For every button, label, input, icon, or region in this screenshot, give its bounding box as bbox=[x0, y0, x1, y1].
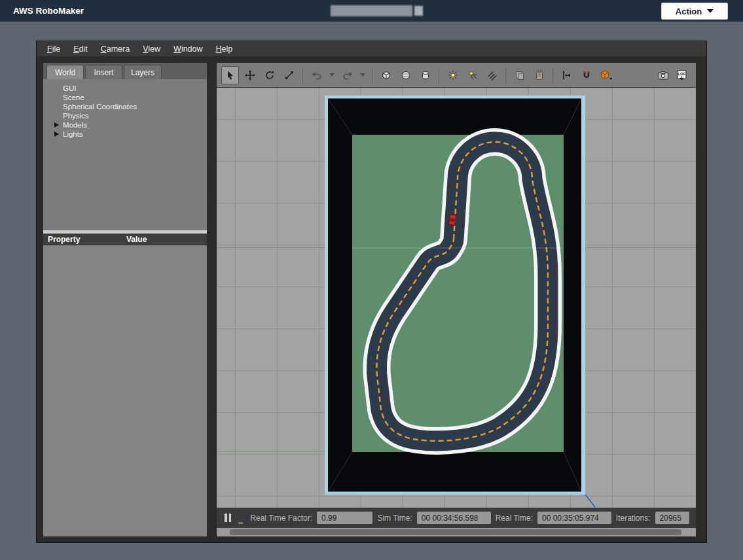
viewport-3d[interactable] bbox=[217, 88, 696, 508]
paste-icon bbox=[534, 70, 545, 80]
real-time-label: Real Time: bbox=[496, 514, 533, 523]
horizontal-scrollbar[interactable] bbox=[217, 528, 696, 536]
redacted-text-small bbox=[414, 6, 423, 16]
action-button[interactable]: Action bbox=[661, 3, 728, 20]
tree-item-spherical-coordinates[interactable]: Spherical Coordinates bbox=[43, 102, 207, 111]
toolbar-separator bbox=[372, 67, 372, 83]
tab-layers[interactable]: Layers bbox=[124, 65, 162, 79]
redacted-text bbox=[331, 5, 412, 16]
simulation-scene bbox=[217, 88, 696, 508]
svg-text:LOG: LOG bbox=[678, 72, 685, 76]
toolbar-separator bbox=[439, 67, 439, 83]
sphere-shape-icon bbox=[401, 70, 411, 80]
menu-view[interactable]: View bbox=[136, 43, 167, 56]
toolbar-separator bbox=[553, 67, 553, 83]
align-tool-button[interactable] bbox=[558, 66, 575, 84]
pause-icon bbox=[229, 514, 232, 522]
tree-item-lights[interactable]: Lights bbox=[43, 130, 207, 139]
point-light-button[interactable] bbox=[444, 66, 462, 84]
scale-tool-button[interactable] bbox=[280, 66, 298, 84]
sim-time-value: 00 00:34:56.598 bbox=[417, 512, 491, 524]
insert-box-button[interactable] bbox=[377, 66, 395, 84]
directional-light-button[interactable] bbox=[483, 66, 501, 84]
action-button-label: Action bbox=[676, 7, 702, 16]
sim-time-label: Sim Time: bbox=[377, 514, 412, 523]
expand-arrow-icon[interactable] bbox=[54, 131, 59, 137]
menu-window[interactable]: Window bbox=[167, 43, 209, 56]
app-title: AWS RoboMaker bbox=[13, 6, 84, 16]
tree-item-models[interactable]: Models bbox=[43, 120, 207, 130]
iterations-label: Iterations: bbox=[616, 514, 651, 523]
view-cube-icon bbox=[600, 69, 613, 81]
move-icon bbox=[245, 70, 255, 80]
tab-world[interactable]: World bbox=[46, 65, 84, 79]
aws-topbar: AWS RoboMaker Action bbox=[0, 0, 743, 22]
scale-icon bbox=[284, 70, 295, 80]
sun-light-icon bbox=[448, 70, 458, 80]
spot-light-icon bbox=[467, 70, 478, 80]
copy-button[interactable] bbox=[511, 66, 528, 84]
magnet-icon bbox=[581, 70, 592, 80]
log-icon: LOG bbox=[676, 69, 689, 81]
directional-light-icon bbox=[487, 70, 498, 80]
undo-icon bbox=[312, 70, 322, 80]
tree-item-scene[interactable]: Scene bbox=[43, 93, 207, 102]
redo-history-dropdown[interactable] bbox=[358, 66, 367, 84]
panel-tabs: World Insert Layers bbox=[43, 63, 207, 79]
menu-help[interactable]: Help bbox=[209, 43, 240, 56]
camera-icon bbox=[657, 70, 669, 80]
undo-history-dropdown[interactable] bbox=[327, 66, 336, 84]
car-roof bbox=[450, 218, 455, 222]
spot-light-button[interactable] bbox=[463, 66, 481, 84]
paste-button[interactable] bbox=[530, 66, 548, 84]
menu-file[interactable]: File bbox=[41, 43, 67, 56]
caret-down-icon bbox=[360, 73, 365, 77]
toolbar-separator bbox=[505, 67, 506, 83]
gazebo-window: File Edit Camera View Window Help World … bbox=[36, 41, 707, 543]
property-table-body[interactable] bbox=[43, 245, 207, 536]
box-shape-icon bbox=[381, 70, 391, 80]
tab-insert[interactable]: Insert bbox=[85, 65, 122, 79]
property-column-header: Property bbox=[43, 235, 122, 244]
property-table-header: Property Value bbox=[43, 234, 207, 245]
real-time-factor-label: Real Time Factor: bbox=[250, 514, 312, 523]
world-tree: GUI Scene Spherical Coordinates Physics … bbox=[43, 84, 207, 139]
real-time-value: 00 00:35:05.974 bbox=[537, 512, 611, 524]
tree-item-gui[interactable]: GUI bbox=[43, 84, 207, 93]
translate-tool-button[interactable] bbox=[241, 66, 259, 84]
toolbar-separator bbox=[302, 67, 303, 83]
real-time-factor-value: 0.99 bbox=[317, 512, 372, 524]
menu-edit[interactable]: Edit bbox=[67, 43, 94, 56]
step-button[interactable] bbox=[238, 522, 243, 524]
view-angle-button[interactable] bbox=[597, 66, 615, 84]
rotate-tool-button[interactable] bbox=[261, 66, 278, 84]
menubar: File Edit Camera View Window Help bbox=[37, 41, 706, 56]
snap-tool-button[interactable] bbox=[577, 66, 595, 84]
insert-cylinder-button[interactable] bbox=[416, 66, 434, 84]
caret-down-icon bbox=[707, 9, 714, 13]
menu-camera[interactable]: Camera bbox=[94, 43, 136, 56]
cylinder-shape-icon bbox=[420, 70, 431, 80]
undo-button[interactable] bbox=[308, 66, 325, 84]
redo-button[interactable] bbox=[338, 66, 356, 84]
screenshot-button[interactable] bbox=[654, 66, 672, 84]
select-tool-button[interactable] bbox=[221, 66, 239, 84]
expand-arrow-icon[interactable] bbox=[54, 122, 59, 128]
scrollbar-thumb[interactable] bbox=[230, 529, 681, 535]
value-column-header: Value bbox=[122, 235, 147, 244]
iterations-value: 20965 bbox=[655, 512, 689, 524]
copy-icon bbox=[515, 70, 525, 80]
world-axis-blue bbox=[585, 495, 595, 507]
pause-icon bbox=[225, 514, 227, 522]
redo-icon bbox=[342, 70, 353, 80]
robot-car bbox=[448, 214, 456, 225]
simulation-statusbar: Real Time Factor: 0.99 Sim Time: 00 00:3… bbox=[217, 508, 696, 528]
align-icon bbox=[562, 70, 572, 80]
insert-sphere-button[interactable] bbox=[397, 66, 414, 84]
tree-item-physics[interactable]: Physics bbox=[43, 111, 207, 120]
caret-down-icon bbox=[329, 73, 335, 77]
cursor-arrow-icon bbox=[225, 70, 236, 80]
pause-button[interactable] bbox=[223, 512, 232, 523]
gazebo-toolbar: LOG bbox=[217, 63, 696, 87]
log-record-button[interactable]: LOG bbox=[674, 66, 691, 84]
